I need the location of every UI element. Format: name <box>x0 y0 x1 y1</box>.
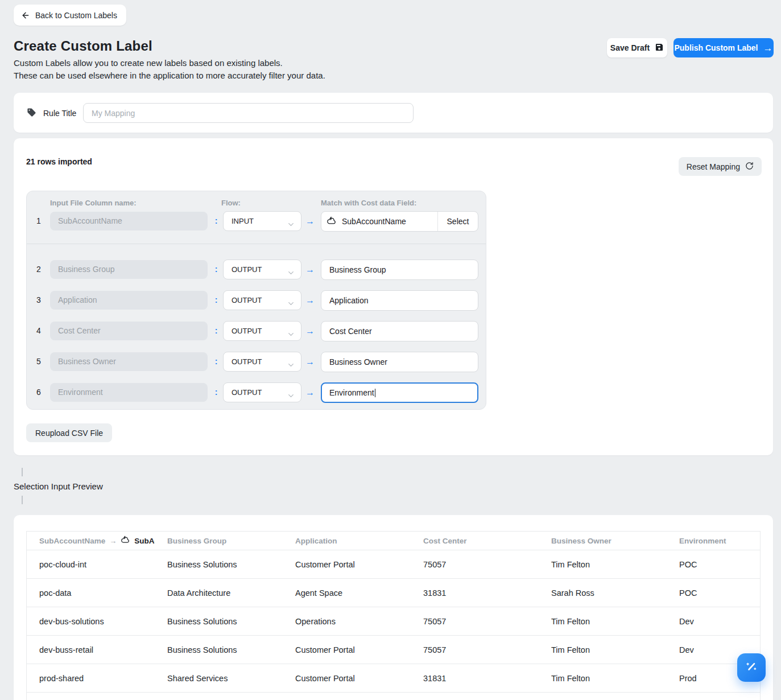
column-header-flow: Flow: <box>221 199 241 207</box>
table-cell: Tim Felton <box>539 636 667 664</box>
table-row: dev-buss-retail Business Solutions Custo… <box>27 636 760 664</box>
flow-arrow-icon: → <box>304 290 316 310</box>
save-icon <box>655 43 664 53</box>
match-output-value: Cost Center <box>329 327 372 336</box>
back-button-label: Back to Custom Labels <box>35 11 117 20</box>
table-cell: Customer Portal <box>283 636 411 664</box>
flow-separator: : <box>213 211 220 231</box>
chevron-down-icon <box>287 388 295 407</box>
flow-separator: : <box>213 352 220 372</box>
mapping-row-4: 4 Cost Center : OUTPUT → Cost Center <box>27 321 486 341</box>
select-button[interactable]: Select <box>437 212 478 231</box>
flow-select[interactable]: INPUT <box>223 211 301 231</box>
table-cell: Customer Portal <box>283 664 411 692</box>
flow-arrow-icon: → <box>304 321 316 341</box>
input-column-field: Business Group <box>50 260 208 279</box>
match-output-value: Business Group <box>329 265 386 274</box>
match-output-input[interactable]: Business Owner <box>321 352 478 372</box>
mapping-panel: Input File Column name: Flow: Match with… <box>26 191 486 410</box>
flow-select[interactable]: OUTPUT <box>223 321 301 341</box>
column-header-input-file: Input File Column name: <box>50 199 137 207</box>
chevron-down-icon <box>287 327 295 345</box>
flow-arrow-icon: → <box>304 352 316 372</box>
mapping-row-3: 3 Application : OUTPUT → Application <box>27 290 486 311</box>
save-draft-label: Save Draft <box>610 43 650 52</box>
match-output-input[interactable]: Cost Center <box>321 321 478 341</box>
match-output-value: Business Owner <box>329 357 387 367</box>
table-cell: dev-buss-retail <box>27 636 155 664</box>
flow-select[interactable]: OUTPUT <box>223 290 301 310</box>
page-description-line1: Custom Labels allow you to create new la… <box>14 57 325 69</box>
table-cell: 75057 <box>411 550 539 578</box>
chevron-down-icon <box>287 296 295 315</box>
mapping-card: 21 rows imported Reset Mapping Input Fil… <box>14 138 773 455</box>
flow-select-value: INPUT <box>232 217 254 225</box>
flow-separator: : <box>213 321 220 341</box>
table-cell: POC <box>667 579 760 607</box>
table-cell: Dev <box>667 607 760 635</box>
table-cell: Business Solutions <box>155 607 283 635</box>
table-header-cell: Business Owner <box>539 532 667 550</box>
tick-mark <box>22 496 23 504</box>
table-cell: Sarah Ross <box>539 579 667 607</box>
cloud-bolt-icon <box>327 216 337 228</box>
table-row: dev-bus-solutions Business Solutions Ope… <box>27 607 760 636</box>
table-cell: Tim Felton <box>539 607 667 635</box>
flow-select-value: OUTPUT <box>232 388 262 397</box>
flow-select[interactable]: OUTPUT <box>223 352 301 372</box>
mapping-row-6: 6 Environment : OUTPUT → Environment <box>27 382 486 403</box>
arrow-right-icon: → <box>763 43 773 53</box>
table-cell: dev-bus-solutions <box>27 607 155 635</box>
match-output-input[interactable]: Application <box>321 290 478 311</box>
table-header-row: SubAccountName → SubAcc Business Group A… <box>27 532 760 550</box>
back-button[interactable]: Back to Custom Labels <box>14 5 126 26</box>
chevron-down-icon <box>287 265 295 284</box>
flow-arrow-icon: → <box>304 382 316 402</box>
flow-select[interactable]: OUTPUT <box>223 260 301 279</box>
flow-select-value: OUTPUT <box>232 265 262 274</box>
chevron-down-icon <box>287 217 295 236</box>
flow-select-value: OUTPUT <box>232 296 262 304</box>
flow-separator: : <box>213 382 220 402</box>
input-column-field: SubAccountName <box>50 212 208 230</box>
table-cell: 31831 <box>411 664 539 692</box>
input-column-field: Cost Center <box>50 322 208 340</box>
reupload-csv-button[interactable]: Reupload CSV File <box>26 423 112 442</box>
match-output-value: Environment <box>329 388 374 397</box>
input-column-field: Environment <box>50 383 208 402</box>
mapping-row-2: 2 Business Group : OUTPUT → Business Gro… <box>27 260 486 280</box>
match-field-value[interactable]: SubAccountName <box>321 212 437 231</box>
mapping-row-1: 1 SubAccountName : INPUT → SubAccountNam… <box>27 211 486 232</box>
tick-mark <box>22 468 23 476</box>
flow-arrow-icon: → <box>304 211 316 231</box>
table-header-cell: Environment <box>667 532 760 550</box>
flow-arrow-icon: → <box>304 260 316 279</box>
input-column-field: Application <box>50 291 208 310</box>
save-draft-button[interactable]: Save Draft <box>607 38 667 57</box>
table-row: poc-data Data Architecture Agent Space 3… <box>27 579 760 607</box>
table-cell: Agent Space <box>283 579 411 607</box>
flow-separator: : <box>213 290 220 310</box>
match-value: SubAccountName <box>342 217 406 226</box>
panel-divider <box>27 244 486 244</box>
row-number: 3 <box>33 290 44 310</box>
reset-mapping-label: Reset Mapping <box>687 162 740 171</box>
publish-button[interactable]: Publish Custom Label → <box>673 38 774 57</box>
match-output-input-focused[interactable]: Environment <box>321 382 478 403</box>
magic-wand-fab[interactable] <box>737 653 766 682</box>
reset-mapping-button[interactable]: Reset Mapping <box>679 157 762 176</box>
column-header-match: Match with Cost data Field: <box>321 199 416 207</box>
table-row: poc-cloud-int Business Solutions Custome… <box>27 550 760 579</box>
match-output-input[interactable]: Business Group <box>321 260 478 280</box>
rows-imported-count: 21 rows imported <box>26 157 92 166</box>
table-header-cell: Application <box>283 532 411 550</box>
table-cell: Tim Felton <box>539 550 667 578</box>
row-number: 5 <box>33 352 44 372</box>
rule-title-input[interactable] <box>83 103 414 123</box>
cloud-bolt-icon <box>121 535 130 546</box>
table-cell: 31831 <box>411 579 539 607</box>
table-cell: Tim Felton <box>539 664 667 692</box>
flow-select[interactable]: OUTPUT <box>223 382 301 402</box>
preview-table: SubAccountName → SubAcc Business Group A… <box>26 531 761 700</box>
magic-wand-icon <box>745 660 758 676</box>
